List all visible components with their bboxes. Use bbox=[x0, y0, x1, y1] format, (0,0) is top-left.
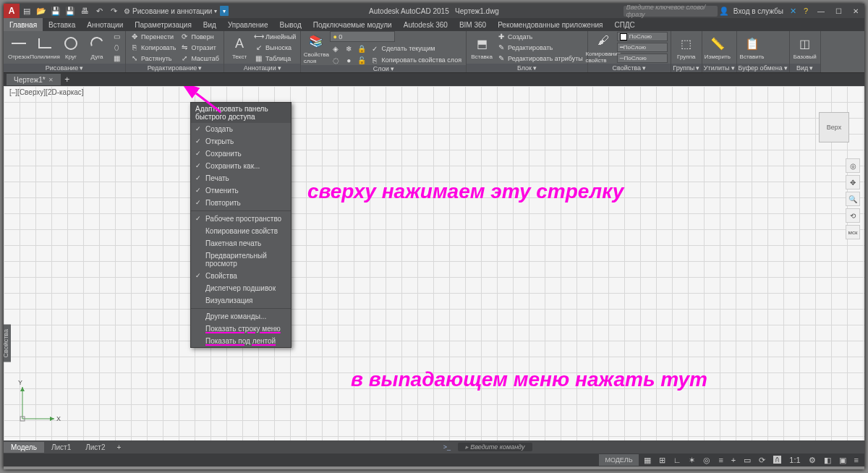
tool-text[interactable]: AТекст bbox=[227, 35, 252, 60]
linetype-selector[interactable]: ─ ПоСлою bbox=[617, 54, 668, 63]
tool-rect-icon[interactable]: ▭ bbox=[111, 32, 122, 42]
dropdown-item[interactable]: Сохранить bbox=[191, 148, 291, 160]
close-tab-icon[interactable]: ✕ bbox=[48, 77, 54, 83]
layer-iso-icon[interactable]: ◈ bbox=[330, 43, 341, 54]
status-anno-icon[interactable]: 🅰 bbox=[770, 454, 784, 466]
chevron-down-icon[interactable]: ▾ bbox=[696, 64, 699, 72]
open-icon[interactable]: 📂 bbox=[34, 4, 48, 18]
status-dyn-icon[interactable]: + bbox=[728, 454, 739, 466]
command-line[interactable]: ▸ Введите команду bbox=[458, 443, 532, 451]
nav-pan-icon[interactable]: ✥ bbox=[846, 175, 860, 189]
dropdown-item[interactable]: Создать bbox=[191, 123, 291, 135]
tool-layer-props[interactable]: 📚Свойства слоя bbox=[304, 33, 328, 64]
status-customize-icon[interactable]: ≡ bbox=[851, 454, 861, 466]
tool-stretch[interactable]: ⤡Растянуть bbox=[129, 54, 177, 64]
color-selector[interactable]: ПоСлою bbox=[617, 32, 668, 41]
tool-baseview[interactable]: ◫Базовый bbox=[793, 35, 817, 60]
chevron-down-icon[interactable]: ▾ bbox=[278, 64, 281, 72]
chevron-down-icon[interactable]: ▾ bbox=[533, 64, 537, 72]
dropdown-item[interactable]: Пакетная печать bbox=[191, 237, 291, 250]
dropdown-item[interactable]: Предварительный просмотр bbox=[191, 250, 291, 270]
layout-tab-model[interactable]: Модель bbox=[4, 442, 44, 453]
tool-polyline[interactable]: Полилиния bbox=[33, 35, 57, 60]
tool-table[interactable]: ▦Таблица bbox=[253, 54, 297, 64]
tool-circle[interactable]: Круг bbox=[59, 35, 83, 60]
status-scale-icon[interactable]: 1:1 bbox=[786, 454, 803, 466]
help-icon[interactable]: ? bbox=[799, 4, 812, 17]
signin-icon[interactable]: 👤 bbox=[718, 4, 731, 17]
status-grid-icon[interactable]: ▦ bbox=[641, 454, 654, 466]
dropdown-item[interactable]: Печать bbox=[191, 172, 291, 184]
status-qp-icon[interactable]: ▭ bbox=[741, 454, 754, 466]
dropdown-item[interactable]: Свойства bbox=[191, 270, 291, 282]
dropdown-item[interactable]: Открыть bbox=[191, 135, 291, 148]
dropdown-item[interactable]: Показать под лентой bbox=[191, 335, 291, 347]
viewcube-face[interactable]: Верх bbox=[819, 112, 849, 142]
print-icon[interactable]: 🖶 bbox=[77, 4, 92, 18]
dropdown-item[interactable]: Другие команды... bbox=[191, 310, 291, 323]
tab-manage[interactable]: Управление bbox=[222, 18, 274, 31]
layer-unlock-icon[interactable]: 🔓 bbox=[356, 55, 367, 65]
status-cycle-icon[interactable]: ⟳ bbox=[756, 454, 768, 466]
tool-block-edit[interactable]: ✎Редактировать bbox=[495, 43, 584, 53]
status-clean-icon[interactable]: ▣ bbox=[836, 454, 849, 466]
tool-dim-linear[interactable]: ⟷Линейный bbox=[253, 32, 297, 42]
dropdown-item[interactable]: Визуализация bbox=[191, 294, 291, 307]
login-label[interactable]: Вход в службы bbox=[731, 7, 786, 15]
tool-line[interactable]: Отрезок bbox=[7, 35, 31, 60]
tool-move[interactable]: ✥Перенести bbox=[129, 32, 177, 42]
dropdown-item[interactable]: Сохранить как... bbox=[191, 160, 291, 172]
search-input[interactable]: Введите ключевое слово/фразу bbox=[624, 6, 718, 17]
workspace-selector[interactable]: ⚙ Рисование и аннотации ▾ ▾ bbox=[121, 4, 231, 18]
tab-spds[interactable]: СПДС bbox=[608, 18, 640, 31]
tab-featured[interactable]: Рекомендованные приложения bbox=[492, 18, 608, 31]
dropdown-item[interactable]: Показать строку меню bbox=[191, 323, 291, 335]
app-logo-icon[interactable]: A bbox=[4, 4, 20, 18]
close-button[interactable]: ✕ bbox=[847, 4, 864, 18]
tool-block-attr[interactable]: ✎Редактировать атрибуты bbox=[495, 54, 584, 64]
nav-orbit-icon[interactable]: ⟲ bbox=[846, 208, 860, 223]
chevron-down-icon[interactable]: ▾ bbox=[731, 64, 735, 72]
dropdown-item[interactable]: Диспетчер подшивок bbox=[191, 282, 291, 294]
properties-palette-tab[interactable]: Свойства bbox=[4, 325, 11, 362]
tab-annotate[interactable]: Аннотации bbox=[81, 18, 129, 31]
tool-ellipse-icon[interactable]: ⬯ bbox=[111, 43, 122, 53]
minimize-button[interactable]: — bbox=[812, 4, 830, 18]
tab-parametric[interactable]: Параметризация bbox=[129, 18, 197, 31]
add-tab-button[interactable]: + bbox=[61, 74, 74, 85]
lineweight-selector[interactable]: ━ ПоСлою bbox=[617, 43, 668, 52]
viewcube[interactable]: Верх bbox=[814, 108, 854, 147]
status-osnap-icon[interactable]: ◎ bbox=[700, 454, 713, 466]
nav-zoom-icon[interactable]: 🔍 bbox=[846, 192, 860, 206]
nav-wheel-icon[interactable]: ◎ bbox=[846, 158, 860, 173]
save-icon[interactable]: 💾 bbox=[48, 4, 63, 18]
tool-leader[interactable]: ↙Выноска bbox=[253, 43, 297, 53]
new-icon[interactable]: ▤ bbox=[20, 4, 34, 18]
exchange-icon[interactable]: ✕ bbox=[786, 4, 799, 17]
status-model-button[interactable]: МОДЕЛЬ bbox=[599, 454, 638, 466]
layer-match[interactable]: ⎘Копировать свойства слоя bbox=[369, 55, 463, 65]
add-layout-button[interactable]: + bbox=[113, 443, 126, 451]
dropdown-item[interactable]: Рабочее пространство bbox=[191, 213, 291, 225]
layer-freeze-icon[interactable]: ❄ bbox=[343, 43, 354, 54]
status-iso-icon[interactable]: ◧ bbox=[821, 454, 834, 466]
tool-paste[interactable]: 📋Вставить bbox=[740, 35, 765, 60]
layer-selector[interactable]: ● 0 bbox=[330, 31, 395, 42]
drawing-canvas[interactable]: [–][Сверху][2D-каркас] Свойства Верх ◎ ✥… bbox=[4, 86, 864, 440]
maximize-button[interactable]: ☐ bbox=[830, 4, 847, 18]
tool-rotate[interactable]: ⟳Поверн bbox=[179, 32, 221, 42]
chevron-down-icon[interactable]: ▾ bbox=[198, 64, 202, 72]
tool-measure[interactable]: 📏Измерить bbox=[705, 35, 730, 60]
chevron-down-icon[interactable]: ▾ bbox=[80, 64, 83, 72]
layout-tab-1[interactable]: Лист1 bbox=[44, 442, 78, 453]
layer-make-current[interactable]: ✓Сделать текущим bbox=[369, 43, 436, 54]
tool-copy[interactable]: ⎘Копировать bbox=[129, 43, 177, 53]
layout-tab-2[interactable]: Лист2 bbox=[78, 442, 112, 453]
tool-arc[interactable]: Дуга bbox=[85, 35, 109, 60]
tab-home[interactable]: Главная bbox=[4, 18, 43, 31]
dropdown-item[interactable]: Отменить bbox=[191, 184, 291, 197]
tab-bim360[interactable]: BIM 360 bbox=[454, 18, 492, 31]
file-tab[interactable]: Чертеж1*✕ bbox=[7, 74, 61, 85]
layer-off-icon[interactable]: ◌ bbox=[330, 55, 341, 65]
chevron-down-icon[interactable]: ▾ bbox=[809, 64, 813, 72]
